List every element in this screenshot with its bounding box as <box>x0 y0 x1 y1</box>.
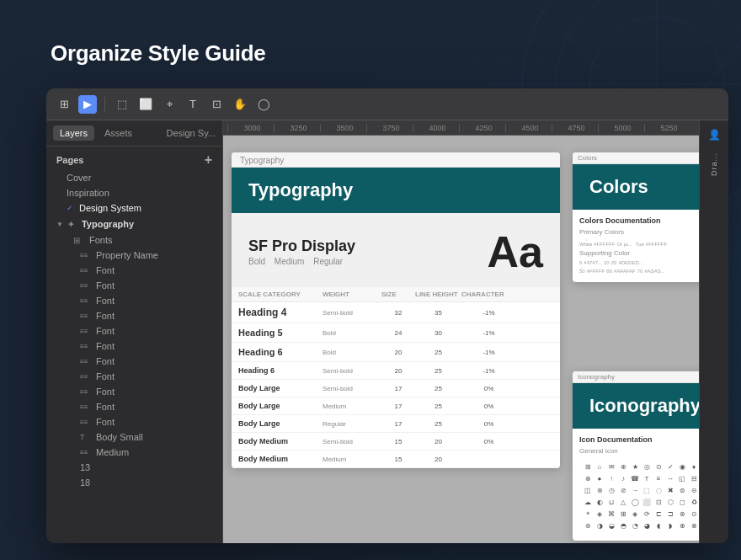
select-tool-icon[interactable]: ▶ <box>78 95 97 114</box>
layer-font-2[interactable]: ≡≡ Font <box>46 278 222 293</box>
sup-col-0: 5 <box>579 260 582 265</box>
avatar-icon[interactable]: 👤 <box>705 125 723 144</box>
shape-tool-icon[interactable]: ⬜ <box>136 95 155 114</box>
tab-layers[interactable]: Layers <box>53 125 94 141</box>
icon-cell-13: ♪ <box>618 473 628 483</box>
layer-18[interactable]: 18 <box>46 475 222 490</box>
icon-cell-50: ⊚ <box>583 520 593 531</box>
icon-cell-28: ⊜ <box>677 485 687 495</box>
sidebar-item-fonts[interactable]: ⊞ Fonts <box>46 232 222 248</box>
icon-doc-title: Icon Documentation <box>579 435 699 444</box>
icon-cell-25: ⬚ <box>642 485 652 495</box>
icon-cell-53: ◓ <box>618 520 628 531</box>
ruler-tick-0: 3000 <box>227 124 274 132</box>
layer-body-small[interactable]: T Body Small <box>46 429 222 445</box>
icon-cell-15: T <box>642 473 652 483</box>
sidebar-item-cover[interactable]: Cover <box>46 170 222 185</box>
ruler-tick-8: 5000 <box>598 124 644 132</box>
icon-cell-17: ↔ <box>665 473 675 483</box>
tab-assets[interactable]: Assets <box>98 125 139 141</box>
icon-cell-33: △ <box>618 497 628 507</box>
icon-cell-8: ◉ <box>677 461 687 472</box>
supporting-row-2: 50 #FFFFF 80 <box>579 267 699 274</box>
table-row: Heading 5 Bold 24 30 -1% <box>232 323 560 343</box>
primary-color-row: White #FFFFFF Or ja... <box>579 239 699 247</box>
layer-font-3[interactable]: ≡≡ Font <box>46 293 222 308</box>
ruler-tick-6: 4500 <box>505 124 552 132</box>
layer-font-10[interactable]: ≡≡ Font <box>46 399 222 414</box>
layer-font-7[interactable]: ≡≡ Font <box>46 354 222 369</box>
layer-icon-9: ≡≡ <box>80 388 92 396</box>
sidebar-item-design-system[interactable]: ✓ Design System <box>46 200 222 216</box>
sup2-num-2: 80 <box>606 269 612 274</box>
layer-icon-0: ≡≡ <box>80 252 92 259</box>
icon-cell-0: ⊞ <box>583 461 593 472</box>
layer-13[interactable]: 13 <box>46 460 222 475</box>
layer-font-8[interactable]: ≡≡ Font <box>46 369 222 384</box>
sup-num-3: 20 <box>611 260 617 265</box>
layer-font-6[interactable]: ≡≡ Font <box>46 339 222 354</box>
icon-cell-18: ◱ <box>677 473 687 483</box>
page-title: Organize Style Guide <box>51 40 266 67</box>
layer-icon-2: ≡≡ <box>80 282 92 290</box>
frame-tool-icon[interactable]: ⬚ <box>113 95 131 114</box>
colors-section-label: Colors <box>573 152 699 164</box>
layer-font-11[interactable]: ≡≡ Font <box>46 414 222 429</box>
sup-col-2: 10 <box>604 260 610 265</box>
add-page-button[interactable]: + <box>205 153 212 167</box>
pen-tool-icon[interactable]: ⌖ <box>160 95 179 114</box>
expand-icon: ▼ <box>56 221 63 228</box>
icon-cell-16: ≡ <box>653 473 664 483</box>
typography-panel-header: Typography <box>232 168 560 213</box>
icon-grid: ⊞ ⌂ ✉ ⊕ ★ ◎ ⊙ ✓ ◉ ♦ ⊗ ● ↑ <box>579 458 699 534</box>
content-area: Layers Assets Design Sy... Pages + Cover… <box>46 120 728 543</box>
grid-tool-icon[interactable]: ⊞ <box>55 95 73 114</box>
supporting-color-label: Supporting Color <box>579 249 699 257</box>
layer-font-4[interactable]: ≡≡ Font <box>46 308 222 323</box>
color-label-0: White <box>579 242 592 247</box>
icon-cell-6: ⊙ <box>653 461 664 472</box>
component-tool-icon[interactable]: ⊡ <box>207 95 226 114</box>
layer-font-5[interactable]: ≡≡ Font <box>46 323 222 339</box>
icon-cell-40: ⌖ <box>583 509 593 519</box>
icon-cell-54: ◔ <box>630 520 640 531</box>
colors-content: Colors Documentation Primary Colors Whit… <box>573 210 699 282</box>
icon-cell-37: ⬡ <box>665 497 675 507</box>
icon-cell-32: ⊔ <box>606 497 616 507</box>
typography-section-header[interactable]: ▼ ✦ Typography <box>46 216 222 232</box>
icon-cell-20: ◫ <box>583 485 593 495</box>
font-sample: Aa <box>488 227 543 277</box>
design-sys-tab[interactable]: Design Sy... <box>167 128 216 138</box>
icon-cell-47: ⊐ <box>665 509 675 519</box>
sup2-col-3: #AFAFAF <box>614 267 636 274</box>
layer-font-1[interactable]: ≡≡ Font <box>46 263 222 278</box>
layer-property-name[interactable]: ≡≡ Property Name <box>46 248 222 263</box>
hand-tool-icon[interactable]: ✋ <box>231 95 249 114</box>
icon-cell-30: ☁ <box>583 497 593 507</box>
icon-cell-35: ⬜ <box>642 497 652 507</box>
layer-medium[interactable]: ≡≡ Medium <box>46 445 222 460</box>
layer-icon-3: ≡≡ <box>80 297 92 305</box>
icon-cell-51: ◑ <box>594 520 605 531</box>
sup-col-1: #4747... <box>584 260 602 265</box>
sup2-num-4: 70 <box>637 269 643 274</box>
ruler-tick-2: 3500 <box>320 124 366 132</box>
layer-icon-1: ≡≡ <box>80 267 92 275</box>
text-tool-icon[interactable]: T <box>184 95 202 114</box>
component-icon: ✦ <box>67 220 74 229</box>
color-col-4: Tue <box>636 241 644 247</box>
sidebar-item-inspiration[interactable]: Inspiration <box>46 185 222 200</box>
ruler-tick-1: 3250 <box>274 124 320 132</box>
layer-font-9[interactable]: ≡≡ Font <box>46 384 222 399</box>
comment-tool-icon[interactable]: ◯ <box>254 95 273 114</box>
color-label-1: #FFFFFF <box>594 242 615 247</box>
font-weights: Bold Medium Regular <box>248 257 355 266</box>
icon-cell-11: ● <box>594 473 605 483</box>
layer-icon-4: ≡≡ <box>80 312 92 320</box>
icon-cell-34: ◯ <box>630 497 640 507</box>
layer-icon-11: ≡≡ <box>80 419 92 426</box>
sup2-col-5: #ASAS... <box>644 267 664 274</box>
ruler-tick-4: 4000 <box>413 124 459 132</box>
icon-cell-9: ♦ <box>689 461 699 472</box>
icon-cell-4: ★ <box>630 461 640 472</box>
